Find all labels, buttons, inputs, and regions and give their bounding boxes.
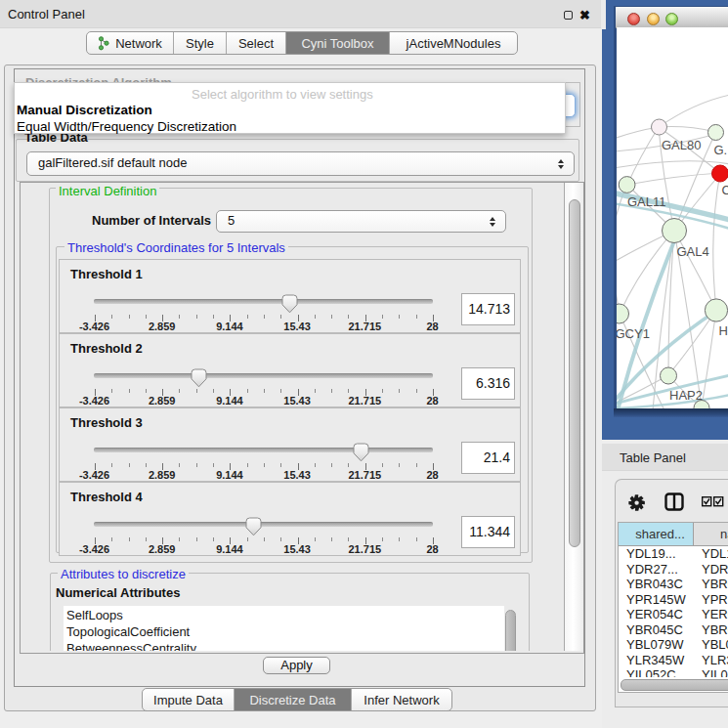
svg-text:GAL80: GAL80 <box>662 138 701 152</box>
svg-text:GAL4: GAL4 <box>677 244 709 259</box>
svg-text:HAP2: HAP2 <box>669 388 703 403</box>
svg-text:C: C <box>722 183 728 197</box>
svg-text:G.: G. <box>714 143 728 157</box>
svg-text:GAL11: GAL11 <box>627 194 666 209</box>
svg-text:H: H <box>719 323 728 338</box>
svg-text:GCY1: GCY1 <box>617 326 650 341</box>
